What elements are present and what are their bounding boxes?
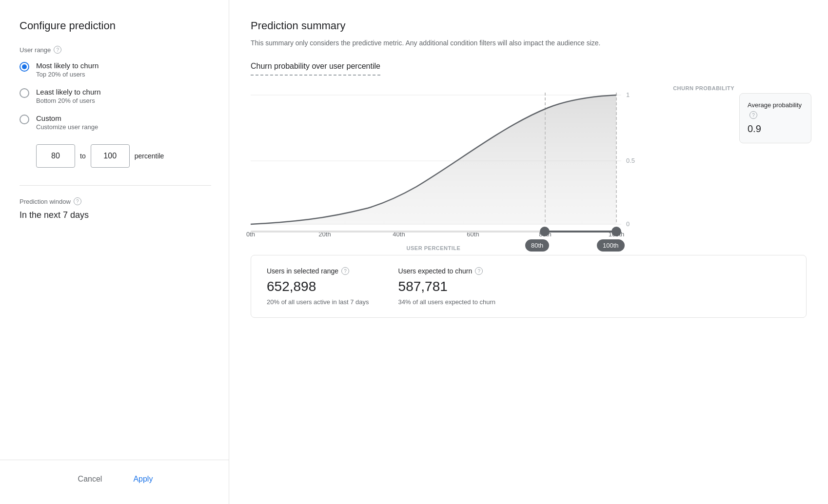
divider bbox=[20, 185, 211, 186]
cancel-button[interactable]: Cancel bbox=[68, 470, 112, 488]
percentile-to-input[interactable] bbox=[91, 144, 130, 168]
slider-track-fill bbox=[545, 231, 617, 233]
stat-sublabel-users-in-range: 20% of all users active in last 7 days bbox=[267, 298, 369, 306]
stat-help-icon-churn[interactable]: ? bbox=[475, 267, 483, 275]
svg-text:0.5: 0.5 bbox=[626, 157, 635, 164]
slider-thumb-right[interactable] bbox=[611, 227, 621, 236]
svg-text:1: 1 bbox=[626, 91, 630, 98]
chart-inner: 1 0.5 0 0th 20th bbox=[251, 85, 807, 232]
stat-label-users-in-range: Users in selected range ? bbox=[267, 267, 369, 275]
tooltip-title: Average probability ? bbox=[748, 100, 803, 119]
radio-sublabel-custom: Customize user range bbox=[36, 123, 98, 131]
stat-users-expected-churn: Users expected to churn ? 587,781 34% of… bbox=[398, 267, 495, 306]
radio-label-custom: Custom bbox=[36, 114, 98, 122]
prediction-window-help-icon[interactable]: ? bbox=[74, 197, 81, 205]
radio-circle-most-likely[interactable] bbox=[20, 62, 29, 72]
radio-circle-custom[interactable] bbox=[20, 115, 29, 124]
prediction-window-value: In the next 7 days bbox=[20, 210, 211, 220]
summary-title: Prediction summary bbox=[251, 19, 807, 32]
summary-desc: This summary only considers the predicti… bbox=[251, 38, 807, 48]
slider-thumb-left[interactable] bbox=[540, 227, 550, 236]
panel-title: Configure prediction bbox=[20, 19, 211, 32]
radio-label-least-likely: Least likely to churn bbox=[36, 88, 101, 96]
to-label: to bbox=[80, 152, 86, 160]
stat-users-in-range: Users in selected range ? 652,898 20% of… bbox=[267, 267, 369, 306]
chart-title: Churn probability over user percentile bbox=[251, 62, 380, 76]
radio-option-least-likely[interactable]: Least likely to churn Bottom 20% of user… bbox=[20, 88, 211, 104]
stats-box: Users in selected range ? 652,898 20% of… bbox=[251, 255, 807, 318]
bottom-actions: Cancel Apply bbox=[0, 460, 229, 504]
radio-group: Most likely to churn Top 20% of users Le… bbox=[20, 61, 211, 131]
stat-label-users-expected-churn: Users expected to churn ? bbox=[398, 267, 495, 275]
stat-help-icon-users[interactable]: ? bbox=[341, 267, 349, 275]
tooltip-value: 0.9 bbox=[748, 121, 803, 136]
tooltip-help-icon[interactable]: ? bbox=[749, 111, 757, 119]
radio-sublabel-least-likely: Bottom 20% of users bbox=[36, 97, 101, 104]
percentile-suffix: percentile bbox=[135, 152, 164, 160]
prediction-window-label: Prediction window ? bbox=[20, 197, 211, 205]
stat-sublabel-users-expected-churn: 34% of all users expected to churn bbox=[398, 298, 495, 306]
slider-label-right: 100th bbox=[597, 239, 625, 252]
chart-svg: 1 0.5 0 0th 20th bbox=[251, 85, 651, 232]
right-panel: Prediction summary This summary only con… bbox=[229, 0, 828, 504]
radio-option-custom[interactable]: Custom Customize user range bbox=[20, 114, 211, 131]
radio-circle-least-likely[interactable] bbox=[20, 88, 29, 98]
user-range-help-icon[interactable]: ? bbox=[54, 46, 61, 54]
user-range-label: User range ? bbox=[20, 46, 211, 54]
apply-button[interactable]: Apply bbox=[123, 470, 162, 488]
stat-value-users-expected-churn: 587,781 bbox=[398, 279, 495, 294]
radio-sublabel-most-likely: Top 20% of users bbox=[36, 71, 99, 78]
radio-option-most-likely[interactable]: Most likely to churn Top 20% of users bbox=[20, 61, 211, 78]
percentile-row: to percentile bbox=[36, 144, 211, 168]
tooltip-box: Average probability ? 0.9 bbox=[739, 93, 811, 143]
slider-label-left: 80th bbox=[525, 239, 549, 252]
slider-container: 80th 100th bbox=[251, 227, 651, 251]
chart-wrapper: CHURN PROBABILITY 1 0.5 0 bbox=[251, 85, 807, 251]
percentile-from-input[interactable] bbox=[36, 144, 75, 168]
left-panel: Configure prediction User range ? Most l… bbox=[0, 0, 229, 504]
stat-value-users-in-range: 652,898 bbox=[267, 279, 369, 294]
radio-label-most-likely: Most likely to churn bbox=[36, 61, 99, 70]
